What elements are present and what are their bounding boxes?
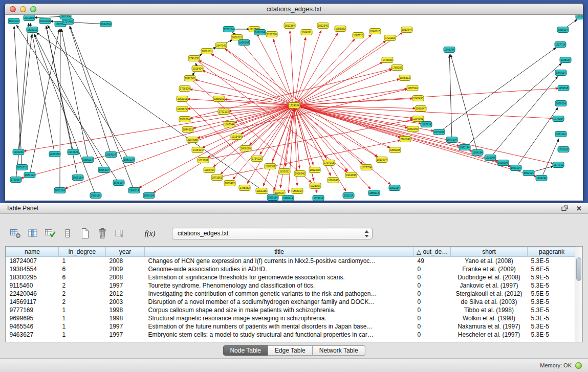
table-row[interactable]: 911546021997Tourette syndrome. Phenomeno… [6,281,576,290]
graph-node[interactable]: 1973561 [211,175,223,181]
graph-node[interactable]: 1910234 [13,149,24,155]
graph-edge[interactable] [294,33,403,105]
table-row[interactable]: 2242004622012Investigating the contribut… [6,290,576,298]
graph-edge[interactable] [490,77,558,158]
graph-node[interactable]: 1968114 [128,188,140,193]
graph-node[interactable]: 1985114 [282,195,294,201]
table-row[interactable]: 946362711997Embryonic stem cells: a mode… [6,331,576,339]
graph-node[interactable]: 2217268 [266,32,277,37]
graph-node[interactable]: 1628114 [555,101,567,106]
graph-node[interactable]: 1690104 [254,30,266,35]
graph-node[interactable]: 1788209 [391,65,403,71]
graph-node[interactable]: 2011304 [24,15,35,21]
graph-node[interactable]: 1905154 [72,175,83,181]
graph-node[interactable]: 1923307 [310,183,321,189]
zoom-window-button[interactable] [30,6,36,12]
table-row[interactable]: 946554611997Estimation of the future num… [6,322,576,331]
graph-node[interactable]: 1904404 [204,167,215,173]
graph-edge[interactable] [294,105,553,164]
graph-node[interactable]: 1830124 [54,188,66,193]
graph-node[interactable]: 1914404 [39,18,51,24]
graph-node[interactable]: 1940194 [510,165,521,171]
graph-edge[interactable] [516,107,558,168]
graph-edge[interactable] [154,105,294,193]
graph-node[interactable]: 1916194 [485,155,496,161]
column-header[interactable]: year [106,247,145,257]
graph-node[interactable]: 1915454 [231,134,242,140]
graph-node[interactable]: 1881114 [555,132,567,137]
graph-node[interactable]: 1832160 [407,126,419,132]
table-row[interactable]: 977716911998Corpus callosum shape and si… [6,306,576,314]
graph-node[interactable]: 2161041 [400,137,411,142]
table-row[interactable]: 1938455462009Genome-wide association stu… [6,265,576,273]
new-document-button[interactable] [78,227,92,240]
graph-edge[interactable] [185,69,392,119]
graph-node[interactable]: 1891194 [459,145,470,150]
table-row[interactable]: 1456911722003Disruption of a novel membe… [6,298,576,306]
close-panel-icon[interactable]: ✕ [576,205,582,212]
graph-edge[interactable] [294,35,372,105]
graph-edge[interactable] [260,105,294,155]
graph-node[interactable]: 1806220 [240,146,251,151]
graph-node[interactable]: 1745093 [382,57,393,63]
graph-edge[interactable] [221,105,294,174]
graph-node[interactable]: 1852208 [309,167,320,173]
graph-node[interactable]: 1875513 [399,75,410,81]
network-graph[interactable]: 1724034185394417211322048815168771319669… [5,15,583,201]
graph-edge[interactable] [16,25,119,183]
graph-node[interactable]: 1931114 [343,193,354,199]
graph-edge[interactable] [280,105,294,188]
column-header[interactable]: pagerank [528,247,576,257]
graph-node[interactable]: 1877754 [361,165,372,170]
graph-node[interactable]: 1964194 [536,176,547,181]
column-header[interactable]: in_degree [59,247,106,257]
column-header[interactable]: △ out_de… [414,247,451,257]
graph-node[interactable]: 1858114 [368,190,380,196]
graph-node[interactable]: 1934098 [345,172,357,178]
edit-table-button[interactable] [43,227,57,240]
column-header[interactable]: name [6,247,59,257]
graph-node[interactable]: 1950114 [90,193,101,199]
memory-status-indicator[interactable] [575,362,582,369]
tab-edge-table[interactable]: Edge Table [268,345,313,356]
tab-network-table[interactable]: Network Table [313,345,365,356]
graph-node[interactable]: 1815010 [27,27,38,33]
graph-node[interactable]: 1949114 [555,70,567,76]
graph-edge[interactable] [294,37,306,105]
graph-node[interactable]: 1836114 [82,157,94,163]
graph-node[interactable]: 1806101 [201,49,212,54]
graph-edge[interactable] [34,34,96,195]
table-selector-dropdown[interactable]: citations_edges.txt [172,228,373,239]
graph-node[interactable]: 1753014 [10,177,21,183]
table-settings-button[interactable] [8,227,23,240]
graph-node[interactable]: 1910647 [415,106,426,112]
graph-node[interactable]: 2015404 [192,66,203,72]
graph-node[interactable]: 2048815 [369,29,381,34]
graph-edge[interactable] [257,34,294,105]
show-rows-button[interactable] [60,227,75,240]
function-builder-button[interactable]: f(x) [141,227,159,240]
close-window-button[interactable] [10,6,16,12]
table-row[interactable]: 1872400712008Changes of HCN gene express… [6,257,576,266]
graph-node[interactable]: 1957514 [407,85,418,91]
graph-node[interactable]: 1927714 [555,42,566,48]
graph-node[interactable]: 1844523 [182,127,193,133]
graph-node[interactable]: 1895203 [389,147,401,153]
graph-edge[interactable] [16,35,32,180]
graph-node[interactable]: 1906214 [179,117,190,122]
graph-node[interactable]: 1853944 [401,27,412,33]
graph-node[interactable]: 1913124 [68,149,79,155]
graph-node[interactable]: 1903304 [60,15,71,19]
graph-node[interactable]: 1797013 [323,160,335,166]
graph-node[interactable]: 2092114 [389,185,400,191]
graph-node[interactable]: 1866014 [292,188,303,194]
graph-node[interactable]: 1901235 [256,188,267,194]
float-panel-icon[interactable] [561,205,568,211]
graph-node[interactable]: 1952194 [523,170,534,176]
graph-node[interactable]: 1754220 [251,156,263,162]
graph-node[interactable]: 1835672 [177,106,188,112]
graph-edge[interactable] [294,41,386,105]
show-columns-button[interactable] [26,227,40,240]
graph-node[interactable]: 1725404 [192,147,203,153]
graph-node[interactable]: 1758309 [179,86,190,92]
